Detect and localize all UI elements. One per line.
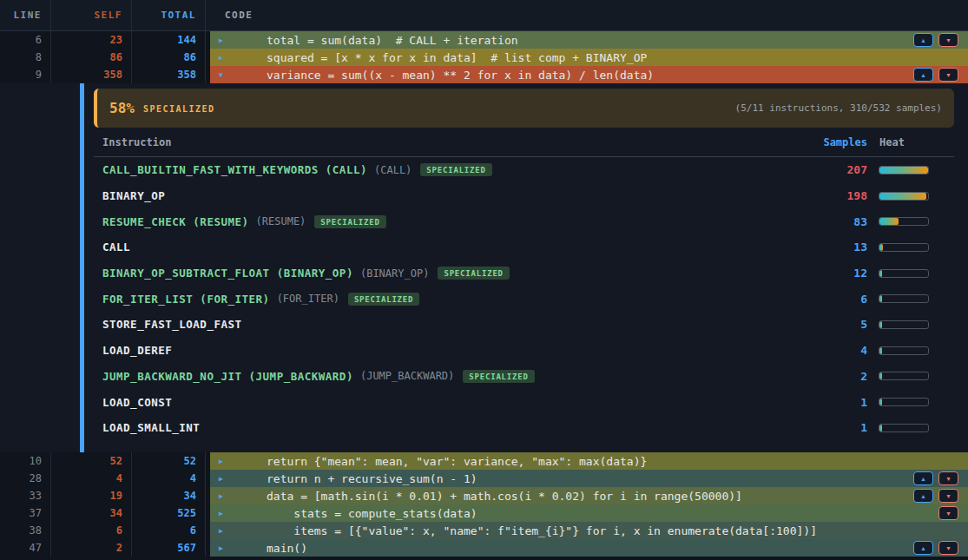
instruction-name: STORE_FAST_LOAD_FAST xyxy=(102,318,242,331)
heat-bar-cell xyxy=(867,372,954,380)
jump-down-button[interactable]: ▼ xyxy=(938,506,958,520)
instruction-name: LOAD_DEREF xyxy=(102,344,172,357)
code-cell[interactable]: ▶ items = [{"value": x, "name": f"item_{… xyxy=(210,522,968,539)
code-text: variance = sum((x - mean) ** 2 for x in … xyxy=(267,69,654,82)
code-text: main() xyxy=(267,542,307,555)
heat-bar-track xyxy=(879,398,929,406)
line-number: 38 xyxy=(0,522,51,539)
code-line-row: 47 2 567 ▶ main() ▲▼ xyxy=(0,539,968,557)
code-cell[interactable]: ▶ total = sum(data) # CALL + iteration ▲… xyxy=(210,31,968,49)
heat-bar-track xyxy=(879,269,929,278)
code-cell[interactable]: ▶ stats = compute_stats(data) ▼ xyxy=(210,504,968,522)
jump-down-button[interactable]: ▼ xyxy=(938,68,958,82)
row-nav-buttons: ▲▼ xyxy=(913,33,958,47)
expander-icon[interactable]: ▶ xyxy=(219,510,231,517)
expander-icon[interactable]: ▶ xyxy=(219,36,231,44)
instruction-row: LOAD_CONST 1 xyxy=(94,389,954,415)
specialized-badge: SPECIALIZED xyxy=(438,267,509,280)
instruction-samples: 12 xyxy=(789,267,867,280)
specialized-label: SPECIALIZED xyxy=(143,104,215,114)
expansion-indicator-line xyxy=(80,83,84,452)
expander-icon[interactable]: ▶ xyxy=(219,492,231,500)
instruction-base-name: (FOR_ITER) xyxy=(277,293,339,305)
samples-column-header: Samples xyxy=(789,136,867,148)
total-samples: 358 xyxy=(132,66,206,83)
code-cell[interactable]: ▶ main() ▲▼ xyxy=(210,539,968,557)
line-number: 8 xyxy=(0,49,51,66)
heat-bar-fill xyxy=(879,167,928,174)
code-line-row: 33 19 34 ▶ data = [math.sin(i * 0.01) + … xyxy=(0,487,968,504)
instruction-row: RESUME_CHECK (RESUME) (RESUME) SPECIALIZ… xyxy=(94,208,954,234)
row-nav-buttons: ▲▼ xyxy=(913,68,958,82)
jump-up-button[interactable]: ▲ xyxy=(913,33,933,47)
total-samples: 34 xyxy=(132,487,206,504)
instruction-name-cell: FOR_ITER_LIST (FOR_ITER) (FOR_ITER) SPEC… xyxy=(94,293,789,306)
jump-up-button[interactable]: ▲ xyxy=(913,541,933,555)
expander-icon[interactable]: ▶ xyxy=(219,54,231,62)
heat-bar-fill xyxy=(879,347,882,354)
instruction-row: FOR_ITER_LIST (FOR_ITER) (FOR_ITER) SPEC… xyxy=(94,286,954,312)
instruction-name: LOAD_SMALL_INT xyxy=(102,421,200,434)
expander-icon[interactable]: ▶ xyxy=(219,527,231,535)
column-header-code: CODE xyxy=(206,0,968,30)
line-number: 33 xyxy=(0,487,51,504)
row-nav-buttons: ▲▼ xyxy=(913,489,958,503)
instruction-name-cell: STORE_FAST_LOAD_FAST xyxy=(94,318,789,331)
jump-down-button[interactable]: ▼ xyxy=(938,541,958,555)
code-text: stats = compute_stats(data) xyxy=(267,507,477,520)
heat-bar-track xyxy=(879,320,929,329)
heat-bar-track xyxy=(879,424,929,432)
self-samples: 19 xyxy=(51,487,132,504)
jump-down-button[interactable]: ▼ xyxy=(938,471,958,485)
heat-bar-cell xyxy=(867,166,954,175)
expander-icon[interactable]: ▼ xyxy=(219,71,231,79)
instruction-samples: 198 xyxy=(789,189,867,202)
code-cell[interactable]: ▶ data = [math.sin(i * 0.01) + math.cos(… xyxy=(210,487,968,504)
instruction-samples: 4 xyxy=(789,344,867,357)
instruction-rows: CALL_BUILTIN_FAST_WITH_KEYWORDS (CALL) (… xyxy=(94,157,954,441)
instruction-table-header: Instruction Samples Heat xyxy=(94,128,954,157)
heat-bar-cell xyxy=(867,346,954,355)
heat-bar-fill xyxy=(879,425,882,432)
expander-icon[interactable]: ▶ xyxy=(219,458,231,465)
total-samples: 567 xyxy=(132,539,206,557)
code-cell[interactable]: ▶ squared = [x * x for x in data] # list… xyxy=(210,49,968,66)
instruction-name-cell: BINARY_OP xyxy=(94,189,789,202)
jump-up-button[interactable]: ▲ xyxy=(913,68,933,82)
jump-up-button[interactable]: ▲ xyxy=(913,471,933,485)
expander-icon[interactable]: ▶ xyxy=(219,475,231,483)
self-samples: 4 xyxy=(51,470,132,487)
instruction-samples: 1 xyxy=(789,396,867,409)
instruction-base-name: (JUMP_BACKWARD) xyxy=(360,370,454,382)
self-samples: 2 xyxy=(51,539,132,557)
expander-icon[interactable]: ▶ xyxy=(219,544,231,552)
code-cell[interactable]: ▶ return n + recursive_sum(n - 1) ▲▼ xyxy=(210,470,968,487)
heat-bar-cell xyxy=(867,398,954,406)
self-samples: 34 xyxy=(51,504,132,522)
instruction-samples: 1 xyxy=(789,421,867,434)
code-text: data = [math.sin(i * 0.01) + math.cos(i … xyxy=(267,490,742,503)
jump-up-button[interactable]: ▲ xyxy=(913,489,933,503)
instruction-name: RESUME_CHECK (RESUME) xyxy=(102,215,249,228)
heat-bar-fill xyxy=(879,244,883,251)
heat-bar-fill xyxy=(879,372,882,379)
code-line-row: 6 23 144 ▶ total = sum(data) # CALL + it… xyxy=(0,31,968,49)
total-samples: 86 xyxy=(132,49,206,66)
instruction-base-name: (BINARY_OP) xyxy=(360,267,429,280)
instruction-row: CALL_BUILTIN_FAST_WITH_KEYWORDS (CALL) (… xyxy=(94,157,954,183)
instruction-base-name: (CALL) xyxy=(374,164,412,176)
code-cell[interactable]: ▼ variance = sum((x - mean) ** 2 for x i… xyxy=(210,66,968,83)
jump-down-button[interactable]: ▼ xyxy=(938,33,958,47)
heat-bar-cell xyxy=(867,320,954,329)
instruction-samples: 83 xyxy=(789,215,867,228)
heat-bar-track xyxy=(879,294,929,303)
instruction-row: LOAD_DEREF 4 xyxy=(94,338,954,364)
code-rows-top: 6 23 144 ▶ total = sum(data) # CALL + it… xyxy=(0,31,968,83)
line-number: 47 xyxy=(0,539,51,557)
instruction-name-cell: CALL xyxy=(94,240,789,254)
jump-down-button[interactable]: ▼ xyxy=(938,489,958,503)
code-line-row: 28 4 4 ▶ return n + recursive_sum(n - 1)… xyxy=(0,470,968,487)
code-line-row: 38 6 6 ▶ items = [{"value": x, "name": f… xyxy=(0,522,968,539)
instruction-row: STORE_FAST_LOAD_FAST 5 xyxy=(94,312,954,338)
code-cell[interactable]: ▶ return {"mean": mean, "var": variance,… xyxy=(210,452,968,470)
